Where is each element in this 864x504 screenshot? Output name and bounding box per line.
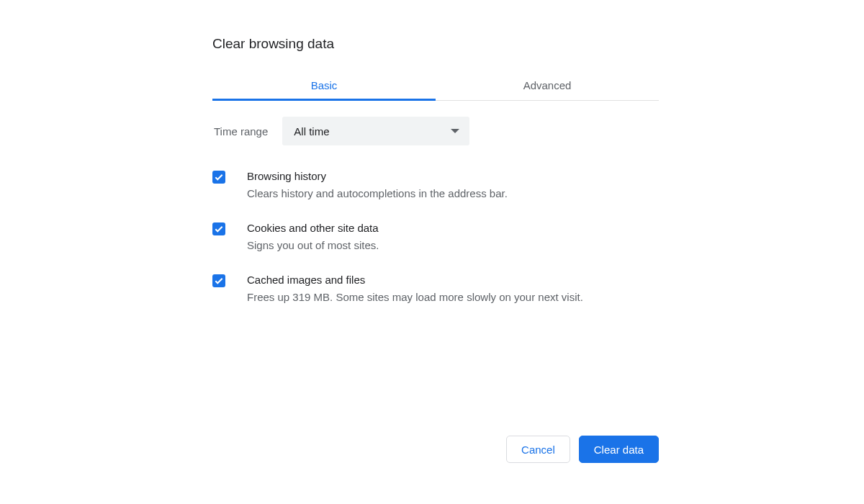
dialog-title: Clear browsing data <box>212 36 659 52</box>
options-list: Browsing history Clears history and auto… <box>212 168 659 305</box>
checkbox-browsing-history[interactable] <box>212 171 225 184</box>
clear-browsing-data-dialog: Clear browsing data Basic Advanced Time … <box>212 36 659 324</box>
option-title: Cached images and files <box>247 272 583 288</box>
option-desc: Clears history and autocompletions in th… <box>247 186 508 202</box>
dialog-actions: Cancel Clear data <box>506 436 659 463</box>
clear-data-button[interactable]: Clear data <box>579 436 659 463</box>
option-desc: Frees up 319 MB. Some sites may load mor… <box>247 289 583 305</box>
option-text: Cached images and files Frees up 319 MB.… <box>247 272 583 305</box>
time-range-row: Time range All time <box>212 101 659 153</box>
check-icon <box>214 276 224 286</box>
option-title: Browsing history <box>247 168 508 184</box>
option-title: Cookies and other site data <box>247 220 379 236</box>
check-icon <box>214 172 224 182</box>
check-icon <box>214 224 224 234</box>
chevron-down-icon <box>451 129 459 133</box>
option-text: Cookies and other site data Signs you ou… <box>247 220 379 253</box>
option-text: Browsing history Clears history and auto… <box>247 168 508 202</box>
time-range-value: All time <box>294 125 329 138</box>
checkbox-cache[interactable] <box>212 274 225 287</box>
option-browsing-history: Browsing history Clears history and auto… <box>212 168 659 202</box>
option-desc: Signs you out of most sites. <box>247 238 379 253</box>
tab-advanced[interactable]: Advanced <box>436 72 659 100</box>
time-range-label: Time range <box>214 125 268 138</box>
tab-basic[interactable]: Basic <box>212 72 436 100</box>
option-cookies: Cookies and other site data Signs you ou… <box>212 220 659 253</box>
time-range-dropdown[interactable]: All time <box>282 117 469 145</box>
tabs: Basic Advanced <box>212 72 659 101</box>
option-cache: Cached images and files Frees up 319 MB.… <box>212 272 659 305</box>
cancel-button[interactable]: Cancel <box>506 436 570 463</box>
checkbox-cookies[interactable] <box>212 222 225 235</box>
